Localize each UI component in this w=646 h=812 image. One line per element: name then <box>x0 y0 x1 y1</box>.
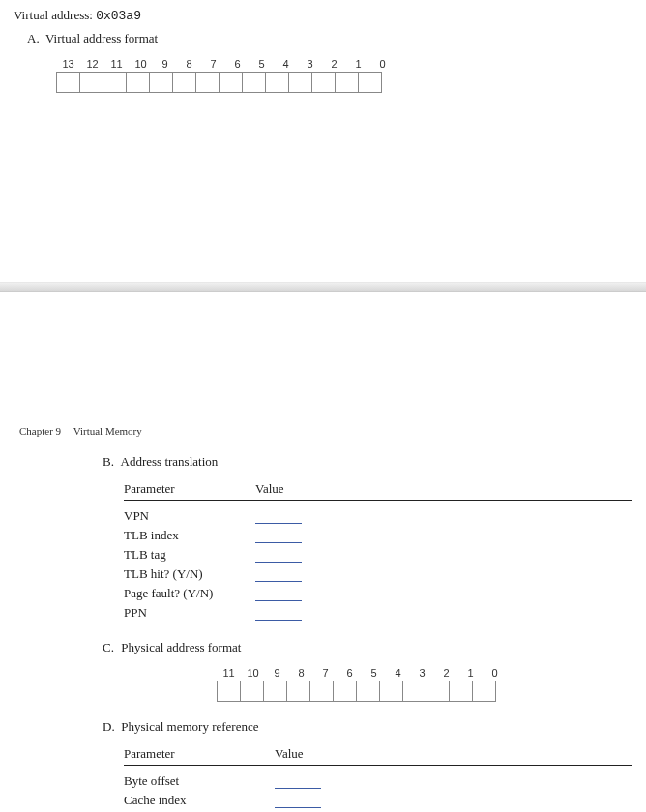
bit-cell[interactable] <box>240 681 264 702</box>
bit-cell[interactable] <box>356 681 380 702</box>
bit-cell[interactable] <box>288 72 312 93</box>
bit-cell[interactable] <box>472 681 496 702</box>
bit-cell[interactable] <box>358 72 382 93</box>
bit-cell[interactable] <box>217 681 241 702</box>
bit-cell[interactable] <box>449 681 473 702</box>
param-label: Page fault? (Y/N) <box>124 586 250 601</box>
page-bottom: Chapter 9 Virtual Memory B. Address tran… <box>0 292 646 812</box>
bit-label: 11 <box>217 667 241 681</box>
bit-cell[interactable] <box>242 72 266 93</box>
bit-label: 9 <box>265 667 289 681</box>
bit-label: 10 <box>129 58 153 72</box>
section-d-title: Physical memory reference <box>121 719 258 734</box>
value-blank[interactable] <box>255 588 302 601</box>
page-top: Virtual address: 0x03a9 A. Virtual addre… <box>0 0 646 282</box>
chapter-title: Virtual Memory <box>73 425 142 437</box>
table-row: Cache tag <box>124 808 632 812</box>
section-a-heading: A. Virtual address format <box>14 31 632 46</box>
bit-cell[interactable] <box>335 72 359 93</box>
bit-label: 0 <box>483 667 507 681</box>
virtual-address-label: Virtual address: <box>14 8 93 22</box>
bit-labels-row: 13 12 11 10 9 8 7 6 5 4 3 2 1 0 <box>56 58 632 72</box>
bit-cells-row <box>217 681 632 702</box>
header-parameter: Parameter <box>124 481 250 497</box>
bit-label: 5 <box>250 58 274 72</box>
bit-labels-row: 11 10 9 8 7 6 5 4 3 2 1 0 <box>217 667 632 681</box>
bit-cell[interactable] <box>219 72 243 93</box>
bit-label: 0 <box>370 58 395 72</box>
address-translation-table: Parameter Value VPN TLB index TLB tag TL… <box>35 481 632 621</box>
section-b-title: Address translation <box>121 454 219 469</box>
bit-cell[interactable] <box>286 681 310 702</box>
value-blank[interactable] <box>255 510 302 524</box>
section-d-letter: D. <box>103 719 118 735</box>
param-label: PPN <box>124 605 250 621</box>
section-c-heading: C. Physical address format <box>14 640 632 655</box>
bit-label: 12 <box>80 58 104 72</box>
table-row: TLB tag <box>124 543 632 563</box>
param-label: TLB tag <box>124 547 250 563</box>
header-parameter: Parameter <box>124 746 269 762</box>
bit-label: 11 <box>104 58 129 72</box>
bit-label: 3 <box>298 58 322 72</box>
table-row: VPN <box>124 505 632 524</box>
param-label: TLB index <box>124 528 250 543</box>
table-row: TLB index <box>124 524 632 543</box>
bit-label: 13 <box>56 58 80 72</box>
chapter-header: Chapter 9 Virtual Memory <box>14 425 632 437</box>
physical-address-bit-table: 11 10 9 8 7 6 5 4 3 2 1 0 <box>128 667 632 702</box>
bit-label: 6 <box>338 667 362 681</box>
bit-label: 8 <box>177 58 201 72</box>
section-a-title: Virtual address format <box>45 31 158 45</box>
bit-label: 4 <box>386 667 410 681</box>
bit-label: 10 <box>241 667 265 681</box>
bit-cell[interactable] <box>126 72 150 93</box>
header-value: Value <box>269 746 327 762</box>
bit-label: 7 <box>201 58 225 72</box>
physical-memory-table: Parameter Value Byte offset Cache index … <box>35 746 632 812</box>
bit-cell[interactable] <box>426 681 450 702</box>
bit-cell[interactable] <box>195 72 220 93</box>
bit-cell[interactable] <box>263 681 287 702</box>
param-label: VPN <box>124 508 250 524</box>
section-d-heading: D. Physical memory reference <box>14 719 632 735</box>
value-blank[interactable] <box>255 568 302 582</box>
bit-cell[interactable] <box>56 72 80 93</box>
chapter-number: Chapter 9 <box>19 425 61 437</box>
value-blank[interactable] <box>275 775 321 789</box>
section-c-letter: C. <box>103 640 118 655</box>
bit-cell[interactable] <box>103 72 127 93</box>
bit-label: 7 <box>313 667 338 681</box>
value-blank[interactable] <box>255 530 302 543</box>
bit-label: 2 <box>434 667 458 681</box>
param-label: Byte offset <box>124 773 269 789</box>
section-b-heading: B. Address translation <box>14 454 632 470</box>
bit-cell[interactable] <box>402 681 426 702</box>
bit-cell[interactable] <box>309 681 334 702</box>
bit-cell[interactable] <box>333 681 357 702</box>
value-blank[interactable] <box>255 607 302 621</box>
bit-cells-row <box>56 72 632 93</box>
bit-label: 1 <box>346 58 370 72</box>
bit-label: 9 <box>153 58 177 72</box>
section-b-letter: B. <box>103 454 118 470</box>
page-top-whitespace <box>14 300 632 425</box>
bit-label: 3 <box>410 667 434 681</box>
virtual-address-line: Virtual address: 0x03a9 <box>14 8 632 23</box>
bit-cell[interactable] <box>265 72 289 93</box>
value-blank[interactable] <box>275 795 321 808</box>
bit-label: 2 <box>322 58 346 72</box>
page-break <box>0 282 646 292</box>
bit-cell[interactable] <box>311 72 336 93</box>
param-label: Cache index <box>124 793 269 808</box>
bit-cell[interactable] <box>149 72 173 93</box>
virtual-address-value: 0x03a9 <box>96 9 141 23</box>
value-blank[interactable] <box>255 549 302 563</box>
bit-label: 8 <box>289 667 313 681</box>
bit-cell[interactable] <box>172 72 196 93</box>
table-row: TLB hit? (Y/N) <box>124 563 632 582</box>
header-value: Value <box>250 481 308 497</box>
table-row: Page fault? (Y/N) <box>124 582 632 601</box>
bit-cell[interactable] <box>79 72 103 93</box>
bit-cell[interactable] <box>379 681 403 702</box>
